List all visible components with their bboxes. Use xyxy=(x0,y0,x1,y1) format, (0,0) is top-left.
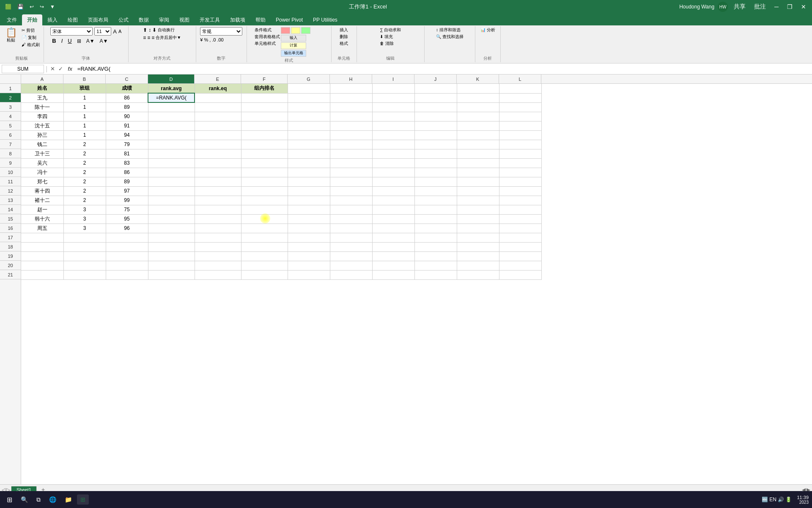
col-header-B[interactable]: B xyxy=(63,75,106,83)
start-btn[interactable]: ⊞ xyxy=(3,494,16,505)
explorer-btn[interactable]: 📁 xyxy=(61,494,75,505)
cell-A6[interactable]: 孙三 xyxy=(21,130,63,140)
fx-btn[interactable]: fx xyxy=(66,66,74,72)
row-header-9[interactable]: 9 xyxy=(0,158,21,168)
cell-K17[interactable] xyxy=(457,233,499,242)
row-header-3[interactable]: 3 xyxy=(0,102,21,112)
row-header-2[interactable]: 2 xyxy=(0,93,21,102)
cell-J5[interactable] xyxy=(414,121,457,130)
cell-H9[interactable] xyxy=(330,158,372,168)
confirm-formula-btn[interactable]: ✓ xyxy=(57,66,64,72)
cell-E15[interactable] xyxy=(195,214,241,224)
cell-B18[interactable] xyxy=(63,242,106,251)
cell-F2[interactable] xyxy=(241,93,288,102)
cell-J21[interactable] xyxy=(414,270,457,279)
cell-E7[interactable] xyxy=(195,140,241,149)
cell-B19[interactable] xyxy=(63,251,106,261)
cell-G5[interactable] xyxy=(288,121,330,130)
cell-G12[interactable] xyxy=(288,186,330,196)
cell-E19[interactable] xyxy=(195,251,241,261)
cell-G2[interactable] xyxy=(288,93,330,102)
cell-D6[interactable] xyxy=(148,130,195,140)
cell-H12[interactable] xyxy=(330,186,372,196)
cell-C4[interactable]: 90 xyxy=(106,112,148,121)
sort-filter-btn[interactable]: ↕ 排序和筛选 xyxy=(436,27,461,33)
cell-D21[interactable] xyxy=(148,270,195,279)
redo-quick-btn[interactable]: ↪ xyxy=(38,3,46,11)
style-neutral[interactable] xyxy=(291,27,300,34)
cell-D12[interactable] xyxy=(148,186,195,196)
customize-quick-btn[interactable]: ▼ xyxy=(48,3,57,11)
cell-B2[interactable]: 1 xyxy=(63,93,106,102)
cell-K4[interactable] xyxy=(457,112,499,121)
cell-G3[interactable] xyxy=(288,102,330,112)
cell-I3[interactable] xyxy=(372,102,414,112)
col-header-H[interactable]: H xyxy=(330,75,372,83)
cell-H10[interactable] xyxy=(330,168,372,177)
cell-K2[interactable] xyxy=(457,93,499,102)
tab-layout[interactable]: 页面布局 xyxy=(83,14,113,25)
cell-E13[interactable] xyxy=(195,196,241,205)
cell-L9[interactable] xyxy=(499,158,541,168)
cell-B11[interactable]: 2 xyxy=(63,177,106,186)
row-header-4[interactable]: 4 xyxy=(0,112,21,121)
align-top-btn[interactable]: ⬆ xyxy=(143,27,147,33)
cell-K7[interactable] xyxy=(457,140,499,149)
cell-J12[interactable] xyxy=(414,186,457,196)
currency-btn[interactable]: ¥ xyxy=(200,37,203,42)
cell-H15[interactable] xyxy=(330,214,372,224)
cell-I16[interactable] xyxy=(372,224,414,233)
insert-cells-btn[interactable]: 插入 xyxy=(340,27,348,33)
cell-L16[interactable] xyxy=(499,224,541,233)
cell-D15[interactable] xyxy=(148,214,195,224)
col-header-J[interactable]: J xyxy=(414,75,457,83)
comments-btn[interactable]: 批注 xyxy=(752,2,768,11)
cell-C13[interactable]: 99 xyxy=(106,196,148,205)
cell-E10[interactable] xyxy=(195,168,241,177)
align-right-btn[interactable]: ≡ xyxy=(151,35,154,41)
cell-K11[interactable] xyxy=(457,177,499,186)
cell-C14[interactable]: 75 xyxy=(106,205,148,214)
cell-L18[interactable] xyxy=(499,242,541,251)
cell-C16[interactable]: 96 xyxy=(106,224,148,233)
cell-E2[interactable] xyxy=(195,93,241,102)
merge-btn[interactable]: 合并后居中▼ xyxy=(156,35,181,41)
cell-B12[interactable]: 2 xyxy=(63,186,106,196)
cell-B10[interactable]: 2 xyxy=(63,168,106,177)
cell-H7[interactable] xyxy=(330,140,372,149)
cell-I19[interactable] xyxy=(372,251,414,261)
user-avatar[interactable]: HW xyxy=(718,2,728,12)
cell-I13[interactable] xyxy=(372,196,414,205)
cell-C9[interactable]: 83 xyxy=(106,158,148,168)
clear-btn[interactable]: 🗑 清除 xyxy=(380,41,394,47)
cell-L20[interactable] xyxy=(499,261,541,270)
cond-format-btn[interactable]: 条件格式 xyxy=(255,27,280,33)
cell-C10[interactable]: 86 xyxy=(106,168,148,177)
cell-F20[interactable] xyxy=(241,261,288,270)
cell-K18[interactable] xyxy=(457,242,499,251)
cell-L6[interactable] xyxy=(499,130,541,140)
cell-J3[interactable] xyxy=(414,102,457,112)
cell-B8[interactable]: 2 xyxy=(63,149,106,158)
cell-J15[interactable] xyxy=(414,214,457,224)
cell-C5[interactable]: 91 xyxy=(106,121,148,130)
cell-B9[interactable]: 2 xyxy=(63,158,106,168)
cell-D16[interactable] xyxy=(148,224,195,233)
cell-A10[interactable]: 冯十 xyxy=(21,168,63,177)
cell-J9[interactable] xyxy=(414,158,457,168)
cell-L17[interactable] xyxy=(499,233,541,242)
cell-F4[interactable] xyxy=(241,112,288,121)
cell-L19[interactable] xyxy=(499,251,541,261)
cell-A5[interactable]: 沈十五 xyxy=(21,121,63,130)
cell-A1[interactable]: 姓名 xyxy=(21,84,63,93)
cell-D11[interactable] xyxy=(148,177,195,186)
cell-B3[interactable]: 1 xyxy=(63,102,106,112)
cell-K15[interactable] xyxy=(457,214,499,224)
cell-H21[interactable] xyxy=(330,270,372,279)
align-middle-btn[interactable]: ↕ xyxy=(148,27,151,33)
style-normal[interactable]: 输入 xyxy=(281,35,306,41)
cell-E11[interactable] xyxy=(195,177,241,186)
cell-G11[interactable] xyxy=(288,177,330,186)
row-header-5[interactable]: 5 xyxy=(0,121,21,130)
row-header-1[interactable]: 1 xyxy=(0,84,21,93)
